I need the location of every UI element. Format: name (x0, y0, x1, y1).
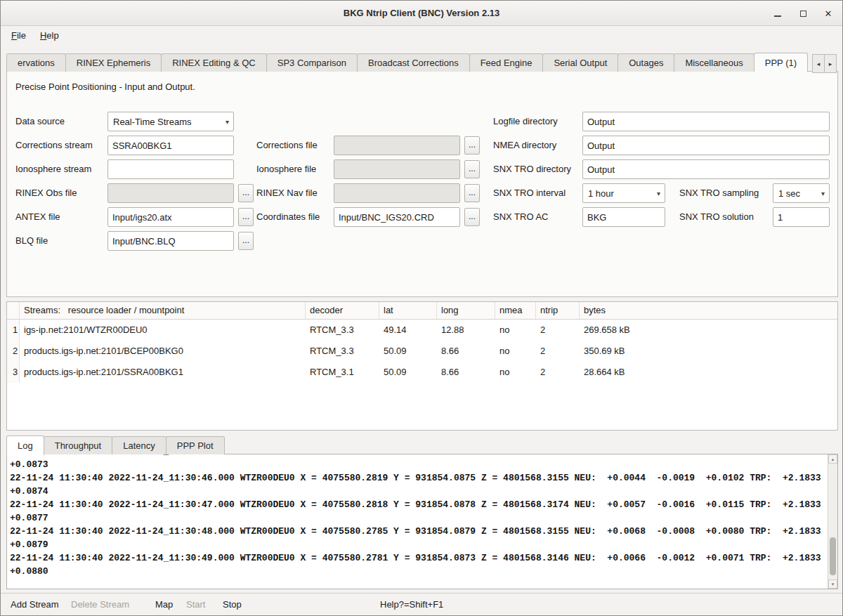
snx-tro-ac-input[interactable] (582, 207, 665, 227)
tab-serial-output[interactable]: Serial Output (542, 53, 618, 72)
lat-cell[interactable]: 49.14 (379, 320, 437, 341)
logfile-directory-input[interactable] (582, 112, 830, 131)
row-number[interactable]: 3 (7, 362, 20, 383)
lat-cell[interactable]: 50.09 (379, 341, 437, 362)
snx-tro-directory-input[interactable] (582, 159, 830, 179)
nmea-column-header[interactable]: nmea (495, 302, 536, 319)
blq-file-browse-button[interactable]: ... (238, 232, 254, 250)
log-line: 22-11-24 11:30:40 2022-11-24_11:30:48.00… (10, 525, 828, 538)
ntrip-cell[interactable]: 2 (536, 341, 580, 362)
tab-latency[interactable]: Latency (112, 436, 166, 454)
snx-tro-directory-label: SNX TRO directory (493, 159, 571, 179)
bytes-cell[interactable]: 28.664 kB (580, 362, 837, 383)
table-row[interactable]: 3 products.igs-ip.net:2101/SSRA00BKG1 RT… (7, 362, 837, 383)
bytes-cell[interactable]: 350.69 kB (580, 341, 837, 362)
mountpoint-column-header[interactable]: Streams: resource loader / mountpoint (20, 302, 306, 319)
corner-header (7, 302, 20, 319)
tab-observations[interactable]: ervations (6, 53, 66, 72)
maximize-button[interactable] (795, 5, 811, 22)
decoder-cell[interactable]: RTCM_3.3 (306, 341, 379, 362)
tab-outages[interactable]: Outages (617, 53, 674, 72)
snx-tro-sampling-combo[interactable]: 1 sec ▾ (773, 183, 830, 203)
menu-help[interactable]: Help (34, 28, 65, 43)
lat-column-header[interactable]: lat (379, 302, 437, 319)
row-number[interactable]: 2 (7, 341, 20, 362)
ionosphere-file-input (334, 159, 460, 179)
tab-throughput[interactable]: Throughput (44, 436, 113, 454)
tab-feed-engine[interactable]: Feed Engine (469, 53, 544, 72)
rinex-nav-file-input (334, 183, 460, 203)
ionosphere-file-browse-button[interactable]: ... (464, 160, 480, 178)
scroll-up-button[interactable]: ▲ (828, 454, 837, 464)
output-tab-bar: Log Throughput Latency PPP Plot (6, 435, 224, 454)
data-source-label: Data source (15, 112, 65, 131)
close-button[interactable]: ✕ (820, 5, 837, 22)
ionosphere-stream-input[interactable] (107, 159, 234, 179)
antex-file-browse-button[interactable]: ... (238, 208, 254, 226)
logfile-directory-label: Logfile directory (493, 112, 558, 131)
corrections-file-input (334, 136, 460, 155)
coordinates-file-input[interactable] (334, 207, 460, 227)
chevron-down-icon: ▾ (221, 118, 233, 126)
nmea-directory-input[interactable] (582, 136, 830, 155)
long-column-header[interactable]: long (437, 302, 495, 319)
chevron-left-icon: ◂ (817, 60, 821, 67)
table-row[interactable]: 2 products.igs-ip.net:2101/BCEP00BKG0 RT… (7, 341, 837, 362)
menu-file[interactable]: File (5, 28, 32, 43)
tab-scroll-left-button[interactable]: ◂ (812, 54, 825, 73)
chevron-down-icon: ▾ (653, 190, 665, 197)
data-source-combo[interactable]: Real-Time Streams ▾ (107, 112, 234, 131)
blq-file-input[interactable] (107, 231, 234, 251)
coordinates-file-browse-button[interactable]: ... (464, 208, 480, 226)
lat-cell[interactable]: 50.09 (379, 362, 437, 383)
tab-scroll-right-button[interactable]: ▸ (824, 54, 837, 73)
rinex-obs-file-label: RINEX Obs file (15, 183, 77, 203)
long-cell[interactable]: 8.66 (437, 341, 495, 362)
tab-log[interactable]: Log (6, 435, 44, 455)
mountpoint-cell[interactable]: products.igs-ip.net:2101/BCEP00BKG0 (20, 341, 306, 362)
tab-miscellaneous[interactable]: Miscellaneous (674, 53, 754, 72)
nmea-cell[interactable]: no (495, 362, 536, 383)
scroll-down-button[interactable]: ▼ (828, 579, 837, 589)
tab-rinex-ephemeris[interactable]: RINEX Ephemeris (65, 53, 162, 72)
stop-button[interactable]: Stop (223, 594, 242, 615)
rinex-obs-file-browse-button[interactable]: ... (238, 184, 254, 202)
decoder-cell[interactable]: RTCM_3.1 (306, 362, 379, 383)
snx-tro-solution-label: SNX TRO solution (679, 207, 754, 227)
rinex-nav-file-browse-button[interactable]: ... (464, 184, 480, 202)
decoder-column-header[interactable]: decoder (306, 302, 379, 319)
snx-tro-interval-combo[interactable]: 1 hour ▾ (582, 183, 665, 203)
mountpoint-cell[interactable]: products.igs-ip.net:2101/SSRA00BKG1 (20, 362, 306, 383)
long-cell[interactable]: 8.66 (437, 362, 495, 383)
corrections-stream-input[interactable] (107, 136, 234, 155)
ntrip-cell[interactable]: 2 (536, 320, 580, 341)
tab-sp3-comparison[interactable]: SP3 Comparison (266, 53, 358, 72)
ntrip-cell[interactable]: 2 (536, 362, 580, 383)
nmea-cell[interactable]: no (495, 341, 536, 362)
tab-ppp-plot[interactable]: PPP Plot (166, 436, 225, 454)
ntrip-column-header[interactable]: ntrip (536, 302, 580, 319)
tab-ppp[interactable]: PPP (1) (754, 53, 808, 72)
nmea-cell[interactable]: no (495, 320, 536, 341)
row-number[interactable]: 1 (7, 320, 20, 341)
minimize-button[interactable] (769, 5, 786, 22)
bytes-cell[interactable]: 269.658 kB (580, 320, 837, 341)
nmea-directory-label: NMEA directory (493, 136, 556, 155)
tab-rinex-editing-qc[interactable]: RINEX Editing & QC (161, 53, 267, 72)
bnc-window: BKG Ntrip Client (BNC) Version 2.13 ✕ Fi… (0, 0, 843, 616)
streams-table: Streams: resource loader / mountpoint de… (6, 301, 838, 431)
mountpoint-cell[interactable]: igs-ip.net:2101/WTZR00DEU0 (20, 320, 306, 341)
log-scrollbar[interactable]: ▲ ▼ (828, 454, 837, 589)
bytes-column-header[interactable]: bytes (580, 302, 837, 319)
antex-file-input[interactable] (107, 207, 234, 227)
decoder-cell[interactable]: RTCM_3.3 (306, 320, 379, 341)
table-row[interactable]: 1 igs-ip.net:2101/WTZR00DEU0 RTCM_3.3 49… (7, 320, 837, 341)
map-button[interactable]: Map (155, 594, 173, 615)
snx-tro-solution-input[interactable] (773, 207, 830, 227)
add-stream-button[interactable]: Add Stream (11, 594, 59, 615)
corrections-file-browse-button[interactable]: ... (464, 136, 480, 155)
scrollbar-thumb[interactable] (830, 537, 836, 575)
tab-broadcast-corrections[interactable]: Broadcast Corrections (357, 53, 470, 72)
long-cell[interactable]: 12.88 (437, 320, 495, 341)
log-line: +0.0873 (10, 458, 828, 471)
